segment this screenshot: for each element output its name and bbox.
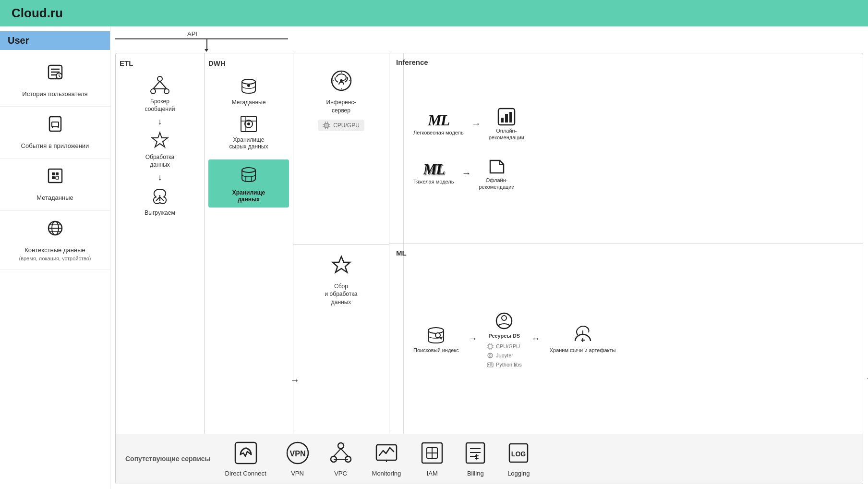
user-label: User [0,31,110,50]
monitoring-icon [374,441,398,467]
light-model-icon: ML [428,111,449,129]
ml-resources-panel: Поисковый индекс → [404,244,863,434]
ml-arrow-1: → [469,334,477,344]
content-area: API ETL [110,26,868,489]
svg-line-24 [153,81,160,89]
svg-line-25 [160,81,167,89]
direct-connect-icon [234,441,258,467]
ml-collect-icon [329,254,353,280]
dwh-right-arrow: → [290,375,300,386]
header-title: Cloud.ru [12,6,63,20]
svg-rect-14 [52,176,55,179]
svg-rect-44 [325,124,328,127]
ml-section-label: ML [389,244,404,434]
inference-label: Inference [396,58,397,66]
events-icon [46,114,65,138]
ml-label: ML [396,249,397,257]
service-vpc: VPC [329,441,353,477]
ml-collect-column: Инференс-сервер [293,53,389,434]
metadata-label: Метаданные [36,194,73,202]
api-bar: API [110,26,868,53]
sidebar-item-history: История пользователя [0,55,110,107]
diagram-main: ETL [116,53,863,434]
svg-rect-7 [49,117,61,131]
ds-python-label: Python libs [496,362,522,367]
dwh-meta-icon [238,76,259,99]
cpu-chip: CPU/GPU [318,120,364,131]
api-label: API [187,30,197,37]
iam-icon [420,441,444,467]
svg-rect-13 [56,172,59,175]
heavy-model-row: ML Тяжелая модель → [413,156,853,191]
ds-jupyter: Jupyter [487,352,522,359]
heavy-model: ML Тяжелая модель [413,160,454,185]
api-line [115,38,288,39]
dwh-raw-icon [238,113,259,136]
ml-arrow-2: ↔ [531,334,540,344]
arrow-2: ↓ [158,172,162,183]
dwh-meta-label: Метаданные [232,99,266,106]
svg-point-32 [247,84,250,87]
svg-point-31 [242,79,255,84]
sidebar: User История пользователя [0,26,110,489]
svg-point-75 [488,364,489,366]
inference-outputs-panel: ML Легковесная модель → [404,53,863,244]
light-model-label: Легковесная модель [413,129,464,136]
page-container: Cloud.ru User Истори [0,0,868,489]
warehouse-icon [238,164,259,187]
vpn-label: VPN [291,470,304,477]
svg-point-62 [502,316,506,320]
svg-marker-53 [333,257,350,272]
vpn-icon: VPN [286,441,310,467]
export-icon [149,186,170,209]
inference-cpu-label: CPU/GPU [333,122,360,129]
full-diagram: ETL [115,53,863,484]
dwh-raw-label: Хранилищесырых данных [229,136,268,150]
svg-text:LOG: LOG [511,450,526,458]
heavy-model-icon: ML [423,160,444,178]
ds-jupyter-label: Jupyter [496,353,513,358]
svg-point-35 [247,122,250,125]
etl-label: ETL [120,59,133,67]
service-items: Direct Connect VPN VPN [225,441,531,477]
history-icon [46,62,65,86]
heavy-model-label: Тяжелая модель [413,178,454,185]
main-area: User История пользователя [0,26,868,489]
sidebar-item-context: Контекстные данные (время, локация, устр… [0,211,110,269]
svg-rect-55 [501,118,504,122]
ds-resources-label: Ресурсы DS [488,332,520,339]
history-label: История пользователя [22,90,87,98]
service-monitoring: Monitoring [372,441,401,477]
svg-line-88 [334,449,341,456]
vpc-label: VPC [334,470,347,477]
inference-server-section: Инференс-сервер [293,53,389,245]
svg-line-89 [341,449,348,456]
dwh-warehouse: Хранилищеданных [208,159,289,208]
svg-rect-57 [509,112,512,122]
svg-marker-27 [152,133,168,147]
svg-point-22 [151,89,156,94]
warehouse-label: Хранилищеданных [232,189,265,203]
logging-icon: LOG [506,441,530,467]
billing-label: Billing [467,470,484,477]
right-column: Inference ML Легковесная модель [389,53,863,434]
online-recs-label: Онлайн-рекомендации [489,127,524,141]
api-arrow [205,49,208,52]
iam-label: IAM [427,470,438,477]
ds-cpu-label: CPU/GPU [496,343,520,349]
etl-processing: Обработкаданных [145,131,175,169]
arrow-1: ↓ [158,117,162,127]
ds-subitems: CPU/GPU [487,343,522,368]
offline-recs-label: Офлайн-рекомендации [479,177,514,191]
inference-section-label: Inference [389,53,404,244]
ds-python: Python libs [487,361,522,368]
ml-collect-section: Сбори обработкаданных [293,245,389,434]
ds-resources: Ресурсы DS [487,309,522,368]
sidebar-item-metadata: Метаданные [0,159,110,210]
inference-server-icon [328,68,354,96]
svg-point-21 [157,76,162,81]
svg-rect-56 [505,114,508,122]
direct-connect-label: Direct Connect [225,470,266,477]
svg-rect-15 [56,176,59,179]
heavy-arrow: → [461,168,471,179]
